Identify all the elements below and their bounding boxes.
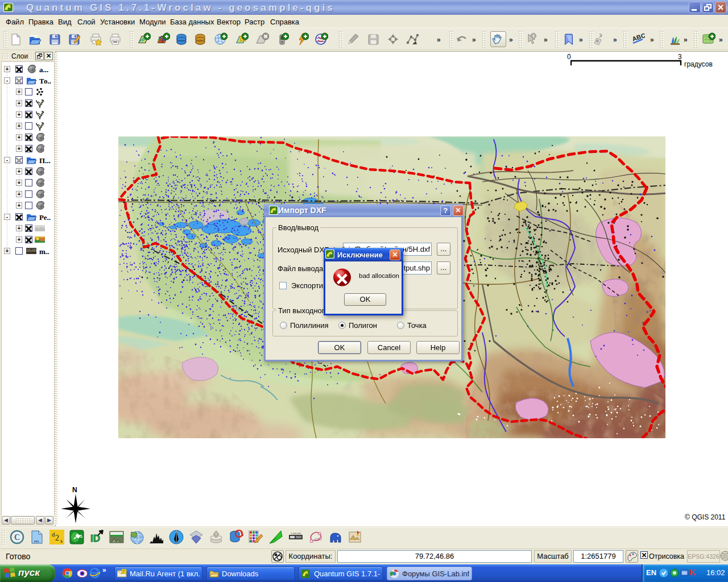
svg-text:i: i bbox=[533, 34, 534, 38]
svg-text:,,,: ,,, bbox=[34, 537, 39, 543]
svg-text:s: s bbox=[60, 538, 63, 544]
svg-text:1:100 000: 1:100 000 bbox=[291, 532, 301, 535]
svg-text:C: C bbox=[14, 533, 20, 542]
svg-text:2: 2 bbox=[55, 534, 59, 542]
